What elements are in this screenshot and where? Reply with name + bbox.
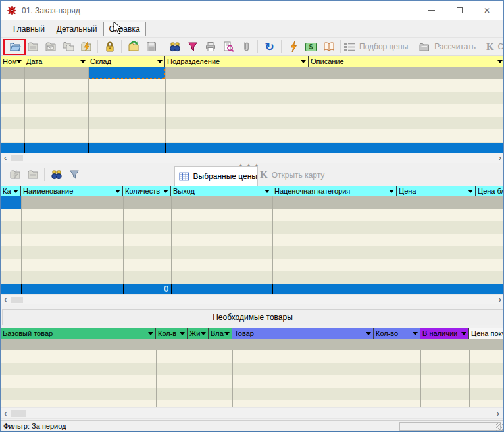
- items-col-quantity[interactable]: Количеств: [123, 186, 171, 196]
- book-button[interactable]: [320, 40, 338, 54]
- dropdown-arrow-icon[interactable]: [163, 190, 168, 193]
- save-button[interactable]: [142, 40, 160, 54]
- goods-col-moisture[interactable]: Вла: [209, 328, 232, 339]
- dropdown-arrow-icon[interactable]: [148, 332, 153, 335]
- selected-cell[interactable]: [1, 196, 21, 209]
- items-table-body[interactable]: 0: [1, 196, 504, 294]
- orders-table-body[interactable]: [1, 67, 504, 153]
- dropdown-arrow-icon[interactable]: [180, 332, 185, 335]
- orders-col-number[interactable]: Ном: [1, 56, 24, 67]
- card-list-button[interactable]: K Список карт: [486, 41, 504, 53]
- print-preview-button[interactable]: [219, 40, 237, 54]
- mini-filter-button[interactable]: [65, 167, 83, 182]
- calculate-button[interactable]: Рассчитать: [418, 41, 476, 52]
- current-row[interactable]: [1, 339, 504, 350]
- money-button[interactable]: $: [302, 40, 320, 54]
- main-toolbar: ↻ $ Подбор цены Рассчитать K Список карт: [1, 38, 503, 56]
- items-col-price[interactable]: Цена: [397, 186, 476, 196]
- items-col-name[interactable]: Наименование: [21, 186, 123, 196]
- print-button[interactable]: [201, 40, 219, 54]
- scroll-thumb[interactable]: [11, 410, 26, 417]
- dropdown-arrow-icon[interactable]: [115, 190, 120, 193]
- orders-col-department[interactable]: Подразделение: [165, 56, 309, 67]
- orders-col-description[interactable]: Описание: [309, 56, 504, 67]
- empty-rows[interactable]: [1, 209, 504, 284]
- current-row[interactable]: [1, 67, 504, 79]
- scroll-right-icon[interactable]: ›: [499, 153, 501, 163]
- refresh-icon: ↻: [265, 41, 274, 53]
- orders-col-date[interactable]: Дата: [24, 56, 88, 67]
- items-col-card[interactable]: Ка: [1, 186, 21, 196]
- goods-col-item[interactable]: Товар: [232, 328, 374, 339]
- minimize-button[interactable]: [418, 1, 445, 20]
- goods-table-body[interactable]: [1, 339, 504, 407]
- dropdown-arrow-icon[interactable]: [16, 60, 22, 63]
- lightning-button[interactable]: [284, 40, 302, 54]
- goods-col-purchase-price[interactable]: Цена покупн: [469, 328, 504, 339]
- maximize-button[interactable]: [445, 1, 473, 20]
- folder-export-icon: [127, 40, 140, 53]
- dropdown-arrow-icon[interactable]: [461, 332, 466, 335]
- items-col-dish-price[interactable]: Цена блюд: [476, 186, 504, 196]
- lock-button[interactable]: [101, 40, 118, 54]
- find-button[interactable]: [166, 40, 184, 54]
- dropdown-arrow-icon[interactable]: [224, 332, 230, 335]
- dropdown-arrow-icon[interactable]: [80, 60, 86, 63]
- menu-detail[interactable]: Детальный: [51, 22, 103, 36]
- scroll-right-icon[interactable]: ›: [499, 295, 501, 304]
- scroll-right-icon[interactable]: ›: [497, 409, 499, 418]
- refresh-button[interactable]: ↻: [261, 40, 278, 54]
- current-row[interactable]: [1, 196, 504, 209]
- folders-copy-button[interactable]: [59, 40, 77, 54]
- folder-export-button[interactable]: [124, 40, 142, 54]
- dropdown-arrow-icon[interactable]: [366, 332, 371, 335]
- dropdown-arrow-icon[interactable]: [201, 332, 206, 335]
- dropdown-arrow-icon[interactable]: [413, 332, 418, 335]
- folder-mail-button[interactable]: [41, 40, 59, 54]
- dropdown-arrow-icon[interactable]: [497, 60, 503, 63]
- menu-main[interactable]: Главный: [7, 22, 51, 36]
- items-col-markup-category[interactable]: Наценочная категория: [272, 186, 397, 196]
- price-list-icon: [343, 41, 355, 52]
- price-select-button[interactable]: Подбор цены: [343, 41, 408, 52]
- attach-button[interactable]: [237, 40, 255, 54]
- column-line: [188, 350, 188, 407]
- scroll-left-icon[interactable]: ‹: [4, 295, 7, 304]
- dropdown-arrow-icon[interactable]: [468, 190, 473, 193]
- goods-col-base-item[interactable]: Базовый товар: [1, 328, 156, 339]
- folder-edit-button[interactable]: [24, 40, 41, 54]
- binoculars-icon: [50, 168, 63, 181]
- goods-col-in-stock[interactable]: В наличии: [420, 328, 469, 339]
- selected-cell[interactable]: [88, 67, 165, 79]
- menu-help[interactable]: Справка: [103, 22, 146, 36]
- items-hscrollbar[interactable]: ‹ ›: [1, 294, 504, 304]
- orders-hscrollbar[interactable]: ‹ ›: [1, 153, 504, 163]
- goods-col-qty1[interactable]: Кол-в: [156, 328, 188, 339]
- folder-lightning-button[interactable]: [77, 40, 95, 54]
- empty-rows[interactable]: [1, 79, 504, 143]
- dropdown-arrow-icon[interactable]: [265, 190, 270, 193]
- resize-grip-icon[interactable]: [496, 423, 504, 431]
- filter-button[interactable]: [184, 40, 201, 54]
- dropdown-arrow-icon[interactable]: [13, 190, 18, 193]
- scroll-thumb[interactable]: [11, 155, 23, 161]
- items-col-output[interactable]: Выход: [171, 186, 272, 196]
- scroll-thumb[interactable]: [11, 297, 23, 303]
- mini-find-button[interactable]: [47, 167, 65, 182]
- dropdown-arrow-icon[interactable]: [301, 60, 306, 63]
- dropdown-arrow-icon[interactable]: [389, 190, 394, 193]
- mini-folder-button[interactable]: [24, 167, 41, 182]
- tab-open-card[interactable]: K Открыть карту: [260, 169, 324, 180]
- scroll-left-icon[interactable]: ‹: [4, 409, 7, 418]
- column-line: [165, 67, 166, 143]
- mini-folder-lightning-button[interactable]: [6, 167, 24, 182]
- goods-col-qty2[interactable]: Кол-во: [374, 328, 420, 339]
- scroll-left-icon[interactable]: ‹: [4, 153, 7, 163]
- goods-col-fat[interactable]: Жи: [188, 328, 209, 339]
- goods-hscrollbar[interactable]: ‹ ›: [1, 407, 504, 419]
- orders-col-warehouse[interactable]: Склад: [88, 56, 165, 67]
- dropdown-arrow-icon[interactable]: [157, 60, 163, 63]
- tab-selected-prices[interactable]: Выбранные цены: [174, 166, 258, 186]
- close-button[interactable]: ✕: [473, 1, 501, 20]
- empty-rows[interactable]: [1, 350, 504, 407]
